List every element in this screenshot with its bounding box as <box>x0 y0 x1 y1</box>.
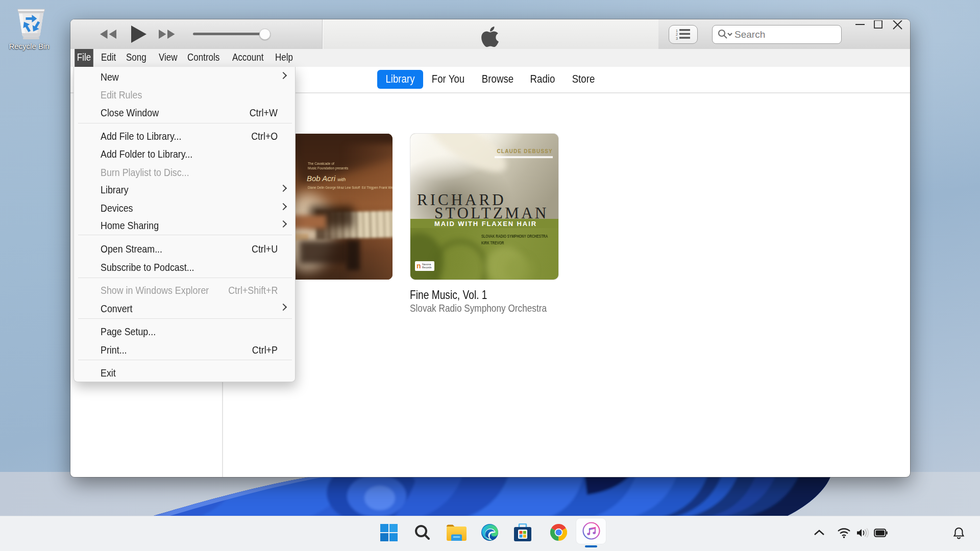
svg-text:1: 1 <box>676 29 678 33</box>
svg-text:3: 3 <box>676 37 678 40</box>
svg-text:2: 2 <box>676 33 678 36</box>
